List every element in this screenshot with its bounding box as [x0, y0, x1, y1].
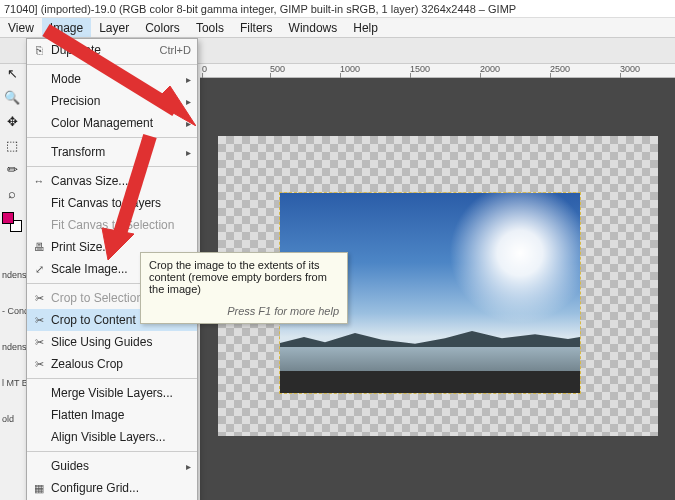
menu-item-fit-canvas-layers[interactable]: Fit Canvas to Layers: [27, 192, 197, 214]
menu-tools[interactable]: Tools: [188, 18, 232, 37]
menu-label: Align Visible Layers...: [51, 430, 191, 444]
tool-zoom-icon[interactable]: 🔍: [3, 88, 21, 106]
grid-icon: ▦: [31, 482, 47, 495]
menu-item-color-management[interactable]: Color Management ▸: [27, 112, 197, 134]
menu-separator: [27, 451, 197, 452]
menu-windows[interactable]: Windows: [281, 18, 346, 37]
ruler-tick: 2000: [480, 64, 500, 74]
menu-separator: [27, 137, 197, 138]
menu-layer[interactable]: Layer: [91, 18, 137, 37]
menu-separator: [27, 64, 197, 65]
menu-item-fit-canvas-selection: Fit Canvas to Selection: [27, 214, 197, 236]
ruler-tick: 1500: [410, 64, 430, 74]
ruler-tick: 500: [270, 64, 285, 74]
menu-label: Canvas Size...: [51, 174, 191, 188]
crop-icon: ✂: [31, 292, 47, 305]
slice-icon: ✂: [31, 336, 47, 349]
menu-help[interactable]: Help: [345, 18, 386, 37]
resize-icon: ↔: [31, 175, 47, 187]
menu-separator: [27, 378, 197, 379]
submenu-arrow-icon: ▸: [186, 118, 191, 129]
menu-view[interactable]: View: [0, 18, 42, 37]
dock-label: ndensed: [2, 270, 24, 280]
print-icon: 🖶: [31, 241, 47, 253]
menu-label: Zealous Crop: [51, 357, 191, 371]
menu-item-configure-grid[interactable]: ▦ Configure Grid...: [27, 477, 197, 499]
menu-label: Fit Canvas to Selection: [51, 218, 191, 232]
menu-label: Merge Visible Layers...: [51, 386, 191, 400]
menu-item-mode[interactable]: Mode ▸: [27, 68, 197, 90]
tool-move-icon[interactable]: ↖: [3, 64, 21, 82]
ruler-tick: 0: [202, 64, 207, 74]
menu-item-merge-visible[interactable]: Merge Visible Layers...: [27, 382, 197, 404]
menubar: View Image Layer Colors Tools Filters Wi…: [0, 18, 675, 38]
tooltip-hint: Press F1 for more help: [149, 305, 339, 317]
dock-label: old: [2, 414, 24, 424]
tooltip-text: Crop the image to the extents of its con…: [149, 259, 339, 295]
menu-colors[interactable]: Colors: [137, 18, 188, 37]
tool-pencil-icon[interactable]: ✏: [3, 160, 21, 178]
menu-label: Transform: [51, 145, 186, 159]
submenu-arrow-icon: ▸: [186, 96, 191, 107]
menu-label: Precision: [51, 94, 186, 108]
photo-sunflare: [440, 193, 580, 333]
menu-item-flatten[interactable]: Flatten Image: [27, 404, 197, 426]
submenu-arrow-icon: ▸: [186, 147, 191, 158]
menu-item-align-layers[interactable]: Align Visible Layers...: [27, 426, 197, 448]
menu-item-precision[interactable]: Precision ▸: [27, 90, 197, 112]
menu-item-guides[interactable]: Guides ▸: [27, 455, 197, 477]
menu-label: Guides: [51, 459, 186, 473]
menu-image[interactable]: Image: [42, 18, 91, 37]
dock-label: l MT Bold,: [2, 378, 24, 388]
menu-label: Duplicate: [51, 43, 160, 57]
tooltip: Crop the image to the extents of its con…: [140, 252, 348, 324]
scale-icon: ⤢: [31, 263, 47, 276]
tool-picker-icon[interactable]: ⌕: [3, 184, 21, 202]
menu-label: Slice Using Guides: [51, 335, 191, 349]
menu-filters[interactable]: Filters: [232, 18, 281, 37]
dock-label: - Cond: [2, 306, 24, 316]
photo-foreground: [280, 371, 580, 393]
left-dock: ndensed - Cond ndensed l MT Bold, old: [0, 260, 24, 450]
dock-label: ndensed: [2, 342, 24, 352]
tool-measure-icon[interactable]: ✥: [3, 112, 21, 130]
horizontal-ruler: 0 500 1000 1500 2000 2500 3000: [200, 64, 675, 78]
menu-label: Mode: [51, 72, 186, 86]
window-title: 71040] (imported)-19.0 (RGB color 8-bit …: [0, 0, 675, 18]
menu-separator: [27, 166, 197, 167]
crop-icon: ✂: [31, 358, 47, 371]
duplicate-icon: ⎘: [31, 44, 47, 56]
submenu-arrow-icon: ▸: [186, 74, 191, 85]
submenu-arrow-icon: ▸: [186, 461, 191, 472]
fg-color-swatch[interactable]: [2, 212, 14, 224]
ruler-tick: 3000: [620, 64, 640, 74]
menu-label: Flatten Image: [51, 408, 191, 422]
menu-label: Fit Canvas to Layers: [51, 196, 191, 210]
ruler-tick: 1000: [340, 64, 360, 74]
toolbox: ↖ 🔍 ✥ ⬚ ✏ ⌕: [0, 64, 24, 232]
tool-select-icon[interactable]: ⬚: [3, 136, 21, 154]
color-swatches[interactable]: [2, 212, 22, 232]
menu-item-slice-guides[interactable]: ✂ Slice Using Guides: [27, 331, 197, 353]
ruler-tick: 2500: [550, 64, 570, 74]
menu-item-duplicate[interactable]: ⎘ Duplicate Ctrl+D: [27, 39, 197, 61]
menu-shortcut: Ctrl+D: [160, 44, 191, 56]
crop-icon: ✂: [31, 314, 47, 327]
menu-item-canvas-size[interactable]: ↔ Canvas Size...: [27, 170, 197, 192]
menu-item-transform[interactable]: Transform ▸: [27, 141, 197, 163]
menu-item-zealous-crop[interactable]: ✂ Zealous Crop: [27, 353, 197, 375]
menu-label: Configure Grid...: [51, 481, 191, 495]
menu-label: Color Management: [51, 116, 186, 130]
